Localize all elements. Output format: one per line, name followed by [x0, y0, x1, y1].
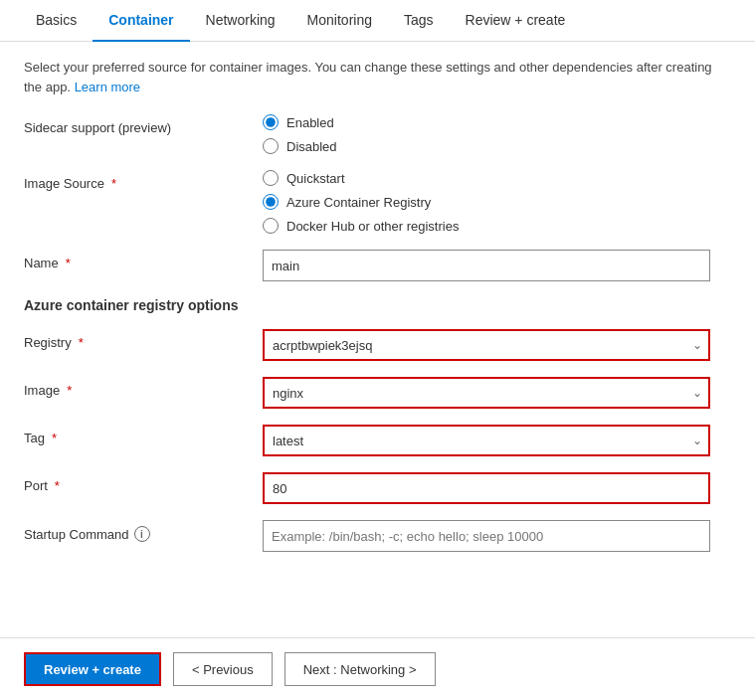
tab-networking[interactable]: Networking [190, 0, 291, 42]
sidecar-support-row: Sidecar support (preview) Enabled Disabl… [24, 114, 731, 154]
image-source-acr-radio[interactable] [263, 194, 279, 210]
tab-basics[interactable]: Basics [20, 0, 93, 42]
registry-select-wrapper: acrptbwpiek3ejsq ⌄ [263, 329, 710, 361]
tab-review-create[interactable]: Review + create [450, 0, 582, 42]
previous-button[interactable]: < Previous [173, 652, 273, 686]
sidecar-disabled-radio[interactable] [263, 138, 279, 154]
image-source-docker-radio[interactable] [263, 218, 279, 234]
port-control [263, 472, 731, 504]
name-input[interactable] [263, 250, 710, 281]
nav-tabs: Basics Container Networking Monitoring T… [0, 0, 755, 42]
port-input[interactable] [263, 472, 710, 504]
image-select-wrapper: nginx ⌄ [263, 377, 710, 409]
learn-more-link[interactable]: Learn more [75, 80, 140, 94]
image-source-control: Quickstart Azure Container Registry Dock… [263, 170, 731, 234]
name-required: * [66, 256, 71, 270]
sidecar-enabled-option[interactable]: Enabled [263, 114, 731, 130]
main-content: Select your preferred source for contain… [0, 42, 755, 584]
sidecar-control: Enabled Disabled [263, 114, 731, 154]
port-row: Port * [24, 472, 731, 504]
startup-command-control [263, 520, 731, 552]
registry-required: * [79, 335, 84, 350]
sidecar-enabled-radio[interactable] [263, 114, 279, 130]
registry-select[interactable]: acrptbwpiek3ejsq [263, 329, 710, 361]
startup-command-label: Startup Command i [24, 520, 263, 542]
image-source-row: Image Source * Quickstart Azure Containe… [24, 170, 731, 234]
port-required: * [55, 478, 60, 493]
image-control: nginx ⌄ [263, 377, 731, 409]
sidecar-disabled-option[interactable]: Disabled [263, 138, 731, 154]
image-source-acr-option[interactable]: Azure Container Registry [263, 194, 731, 210]
image-row: Image * nginx ⌄ [24, 377, 731, 409]
image-source-required: * [111, 176, 116, 191]
image-source-docker-option[interactable]: Docker Hub or other registries [263, 218, 731, 234]
startup-command-row: Startup Command i [24, 520, 731, 552]
tab-container[interactable]: Container [93, 0, 189, 42]
tag-select[interactable]: latest [263, 425, 710, 456]
startup-info-icon[interactable]: i [134, 526, 150, 542]
tab-monitoring[interactable]: Monitoring [291, 0, 388, 42]
next-button[interactable]: Next : Networking > [284, 652, 436, 686]
tag-required: * [52, 431, 57, 445]
description-text: Select your preferred source for contain… [24, 58, 731, 96]
sidecar-label: Sidecar support (preview) [24, 114, 263, 135]
section-title: Azure container registry options [24, 297, 731, 313]
image-label: Image * [24, 377, 263, 398]
image-source-radio-group: Quickstart Azure Container Registry Dock… [263, 170, 731, 234]
footer: Review + create < Previous Next : Networ… [0, 637, 755, 700]
image-select[interactable]: nginx [263, 377, 710, 409]
tag-control: latest ⌄ [263, 425, 731, 456]
image-required: * [67, 383, 72, 398]
tag-select-wrapper: latest ⌄ [263, 425, 710, 456]
tag-row: Tag * latest ⌄ [24, 425, 731, 456]
review-create-button[interactable]: Review + create [24, 652, 161, 686]
registry-row: Registry * acrptbwpiek3ejsq ⌄ [24, 329, 731, 361]
sidecar-radio-group: Enabled Disabled [263, 114, 731, 154]
name-control [263, 250, 731, 281]
port-label: Port * [24, 472, 263, 493]
tab-tags[interactable]: Tags [388, 0, 450, 42]
image-source-label: Image Source * [24, 170, 263, 191]
name-label: Name * [24, 250, 263, 270]
startup-command-input[interactable] [263, 520, 710, 552]
registry-label: Registry * [24, 329, 263, 350]
image-source-quickstart-option[interactable]: Quickstart [263, 170, 731, 186]
registry-control: acrptbwpiek3ejsq ⌄ [263, 329, 731, 361]
name-row: Name * [24, 250, 731, 281]
image-source-quickstart-radio[interactable] [263, 170, 279, 186]
tag-label: Tag * [24, 425, 263, 445]
